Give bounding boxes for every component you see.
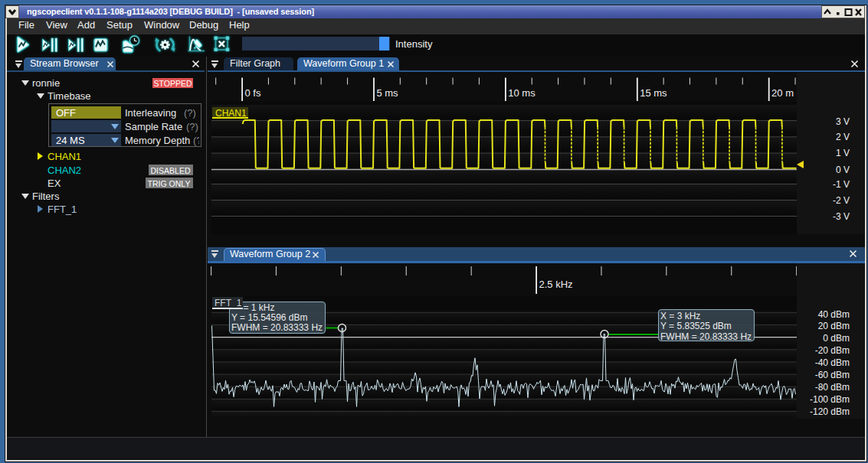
svg-text:20 m: 20 m <box>771 87 794 99</box>
svg-text:15 ms: 15 ms <box>640 87 667 99</box>
svg-text:10 ms: 10 ms <box>508 87 536 99</box>
svg-text:0 fs: 0 fs <box>245 87 261 99</box>
svg-text:2.5 kHz: 2.5 kHz <box>539 279 573 290</box>
svg-text:5 ms: 5 ms <box>376 87 398 99</box>
